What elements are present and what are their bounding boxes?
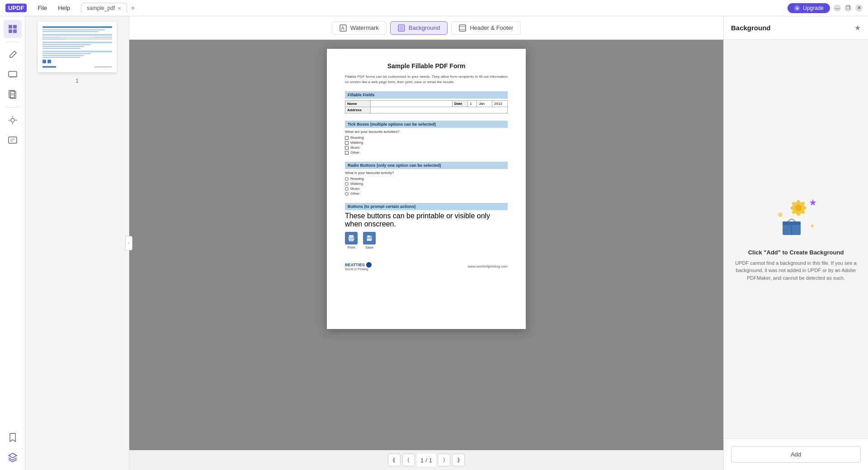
checkbox-music-box[interactable] bbox=[345, 146, 349, 150]
page-last-button[interactable]: ⟫ bbox=[452, 454, 465, 466]
background-icon bbox=[398, 24, 405, 32]
svg-rect-16 bbox=[9, 137, 17, 143]
thumbnail-panel: ‹ bbox=[25, 16, 129, 470]
svg-rect-4 bbox=[9, 29, 12, 33]
panel-expand-handle[interactable]: ‹ bbox=[125, 236, 132, 250]
pdf-section-tickboxes: Tick Boxes (multiple options can be sele… bbox=[345, 121, 508, 128]
pagination-bar: ⟪ ⟨ 1 / 1 ⟩ ⟫ bbox=[129, 450, 723, 470]
background-illustration: ★ ✦ bbox=[769, 197, 823, 242]
tickbox-reading[interactable]: Reading bbox=[345, 136, 508, 140]
pin-button[interactable]: ★ bbox=[854, 24, 861, 32]
sidebar-icon-layers[interactable] bbox=[4, 448, 22, 466]
sidebar-icon-forms[interactable] bbox=[4, 131, 22, 149]
small-star: ✦ bbox=[810, 222, 815, 230]
printer-svg bbox=[348, 235, 355, 242]
thumbnail-page-1[interactable] bbox=[38, 22, 117, 72]
checkbox-walking-box[interactable] bbox=[345, 141, 349, 145]
menu-help[interactable]: Help bbox=[54, 3, 74, 13]
radio-walking[interactable]: Walking bbox=[345, 182, 508, 186]
sidebar-icon-tools[interactable] bbox=[4, 111, 22, 129]
svg-rect-21 bbox=[399, 26, 404, 30]
cta-title: Click "Add" to Create Background bbox=[733, 249, 859, 256]
tickbox-other[interactable]: Other: bbox=[345, 150, 508, 155]
pdf-footer: BEATTIES World of Printing www.worldofpr… bbox=[345, 258, 508, 271]
date-day-cell[interactable]: 1 bbox=[467, 101, 476, 107]
close-button[interactable]: ✕ bbox=[855, 5, 863, 12]
radio-music[interactable]: Music bbox=[345, 187, 508, 191]
upgrade-label: Upgrade bbox=[803, 5, 824, 11]
svg-rect-3 bbox=[13, 25, 17, 28]
name-input-cell[interactable] bbox=[371, 101, 453, 107]
tab-label: sample_pdf bbox=[87, 5, 115, 11]
footer-logo-text: BEATTIES bbox=[345, 263, 365, 267]
date-month-cell[interactable]: Jan bbox=[477, 101, 492, 107]
checkbox-reading-box[interactable] bbox=[345, 136, 349, 140]
edit-icon bbox=[8, 50, 18, 60]
tab-sample-pdf[interactable]: sample_pdf ✕ bbox=[81, 3, 127, 13]
sidebar-icon-comment[interactable] bbox=[4, 66, 22, 84]
pdf-action-buttons: Print Save bbox=[345, 232, 508, 249]
buttons-section: These buttons can be printable or visibl… bbox=[345, 212, 508, 249]
layers-icon bbox=[8, 452, 18, 462]
svg-rect-37 bbox=[797, 200, 800, 203]
add-background-button[interactable]: Add bbox=[731, 446, 861, 463]
tickbox-walking[interactable]: Walking bbox=[345, 141, 508, 145]
tab-close-icon[interactable]: ✕ bbox=[118, 6, 121, 11]
save-button[interactable]: Save bbox=[363, 232, 376, 249]
print-button[interactable]: Print bbox=[345, 232, 358, 249]
background-button[interactable]: Background bbox=[390, 21, 448, 35]
radio-question: What is your favourite activity? bbox=[345, 171, 508, 175]
watermark-button[interactable]: Watermark bbox=[332, 21, 387, 35]
date-year-cell[interactable]: 2012 bbox=[492, 101, 508, 107]
radio-music-circle[interactable] bbox=[345, 187, 349, 191]
sidebar-icon-pages[interactable] bbox=[4, 85, 22, 103]
menu-file[interactable]: File bbox=[34, 3, 51, 13]
radio-walking-circle[interactable] bbox=[345, 182, 349, 186]
svg-rect-40 bbox=[791, 207, 793, 209]
right-panel: Background ★ bbox=[723, 16, 868, 470]
right-panel-content: ★ ✦ Click "Add" to Create Background UPD… bbox=[724, 40, 868, 438]
tickbox-walking-label: Walking bbox=[350, 141, 363, 145]
page-next-button[interactable]: ⟩ bbox=[438, 454, 450, 466]
title-bar-right: ★ Upgrade — ❐ ✕ bbox=[788, 3, 863, 13]
pdf-section-fillable: Fillable Fields bbox=[345, 91, 508, 99]
radio-reading[interactable]: Reading bbox=[345, 177, 508, 181]
sidebar-icon-thumbnails[interactable] bbox=[4, 20, 22, 38]
minimize-button[interactable]: — bbox=[834, 5, 841, 12]
thumbnail-page-number: 1 bbox=[75, 78, 79, 84]
main-layout: ‹ bbox=[0, 16, 868, 470]
page-first-button[interactable]: ⟪ bbox=[388, 454, 401, 466]
tickbox-music[interactable]: Music bbox=[345, 146, 508, 150]
svg-point-11 bbox=[11, 118, 14, 122]
pdf-intro: Fillable PDF forms can be customised to … bbox=[345, 74, 508, 85]
print-label: Print bbox=[348, 245, 355, 249]
sidebar-icon-bookmark[interactable] bbox=[4, 428, 22, 446]
radio-reading-circle[interactable] bbox=[345, 177, 349, 181]
right-panel-cta: Click "Add" to Create Background UPDF ca… bbox=[733, 249, 859, 282]
tickbox-music-label: Music bbox=[350, 146, 360, 150]
add-tab-icon[interactable]: + bbox=[128, 3, 137, 13]
right-panel-title: Background bbox=[731, 24, 771, 32]
sidebar-icon-edit[interactable] bbox=[4, 46, 22, 64]
pdf-canvas[interactable]: Sample Fillable PDF Form Fillable PDF fo… bbox=[129, 40, 723, 450]
tickbox-question: What are your favourite activities? bbox=[345, 130, 508, 134]
watermark-icon bbox=[340, 24, 347, 32]
address-input-cell[interactable] bbox=[371, 107, 508, 113]
header-footer-button[interactable]: Header & Footer bbox=[451, 21, 521, 35]
forms-icon bbox=[8, 135, 18, 145]
radio-other[interactable]: Other: bbox=[345, 192, 508, 196]
sidebar-divider-1 bbox=[6, 42, 19, 42]
upgrade-button[interactable]: ★ Upgrade bbox=[788, 3, 830, 13]
address-label: Address bbox=[345, 107, 371, 113]
buttons-desc: These buttons can be printable or visibl… bbox=[345, 212, 508, 228]
svg-rect-30 bbox=[368, 235, 370, 237]
restore-button[interactable]: ❐ bbox=[844, 5, 852, 12]
header-footer-icon bbox=[459, 24, 466, 32]
bookmark-icon bbox=[8, 432, 18, 442]
svg-point-36 bbox=[795, 205, 802, 211]
page-prev-button[interactable]: ⟨ bbox=[402, 454, 415, 466]
page-separator: / bbox=[425, 457, 427, 464]
checkbox-other-box[interactable] bbox=[345, 151, 349, 155]
save-svg bbox=[366, 235, 373, 242]
radio-other-circle[interactable] bbox=[345, 192, 349, 196]
